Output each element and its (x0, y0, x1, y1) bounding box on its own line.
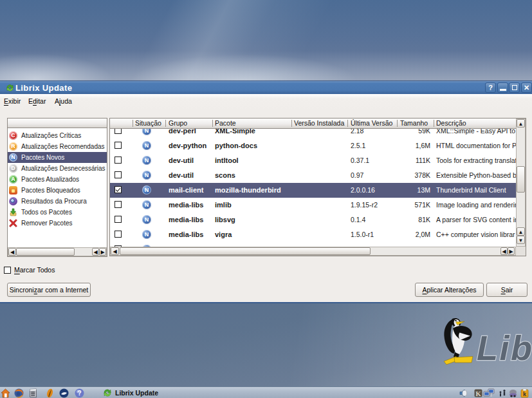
svg-text:K: K (475, 390, 481, 397)
svg-text:?: ? (77, 390, 81, 397)
svg-text:Libr: Libr (477, 328, 532, 367)
